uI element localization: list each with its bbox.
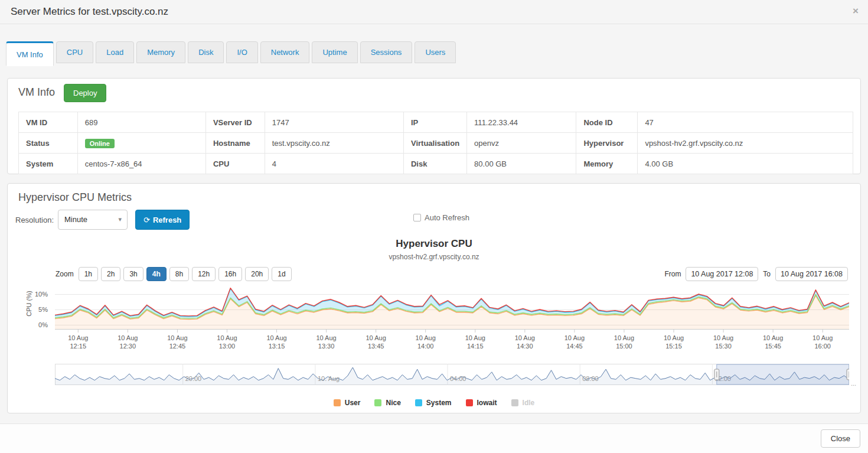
vm-field-label: Node ID [576, 112, 638, 133]
zoom-button-4h[interactable]: 4h [146, 267, 167, 281]
vm-field-value: 4 [265, 154, 403, 174]
to-label: To [763, 270, 771, 278]
vm-field-value: test.vpscity.co.nz [265, 133, 403, 154]
resolution-label: Resolution: [15, 216, 54, 224]
table-row: StatusOnlineHostnametest.vpscity.co.nzVi… [19, 133, 853, 154]
cpu-chart-plot[interactable] [55, 285, 849, 333]
vm-field-label: Hostname [205, 133, 265, 154]
vm-field-label: Hypervisor [576, 133, 638, 154]
legend-item-iowait[interactable]: Iowait [466, 399, 497, 407]
auto-refresh-label: Auto Refresh [425, 213, 469, 222]
vm-field-value: 1747 [265, 112, 403, 133]
legend-swatch [334, 399, 341, 406]
vm-field-value: 689 [77, 112, 205, 133]
refresh-icon: ⟳ [143, 216, 150, 224]
tab-sessions[interactable]: Sessions [360, 41, 413, 63]
vm-field-label: VM ID [19, 112, 78, 133]
modal-header: Server Metrics for test.vpscity.co.nz × [0, 0, 868, 24]
tab-uptime[interactable]: Uptime [312, 41, 357, 63]
legend-swatch [415, 399, 422, 406]
x-tick-label: 10 Aug13:30 [309, 334, 344, 350]
vm-field-label: Virtualisation [403, 133, 466, 154]
x-tick-label: 10 Aug14:30 [507, 334, 543, 350]
tab-memory[interactable]: Memory [136, 41, 185, 63]
table-row: VM ID689VServer ID1747IP111.22.33.44Node… [19, 112, 853, 133]
navigator-label: 08:00 [582, 375, 599, 382]
y-tick-label: 5% [22, 306, 48, 313]
resolution-value: Minute [64, 215, 87, 224]
zoom-button-2h[interactable]: 2h [101, 267, 120, 281]
vm-field-value: Online [77, 133, 205, 154]
legend-label: User [345, 399, 361, 407]
close-icon[interactable]: × [853, 5, 859, 17]
vm-field-label: CPU [205, 154, 265, 174]
legend-item-idle[interactable]: Idle [511, 399, 535, 407]
tab-vm-info[interactable]: VM Info [6, 41, 54, 66]
navigator-ellipsis: ... [851, 380, 856, 387]
x-tick-label: 10 Aug14:15 [458, 334, 493, 350]
zoom-button-16h[interactable]: 16h [218, 267, 242, 281]
navigator-selected-range[interactable] [717, 364, 849, 384]
x-tick-label: 10 Aug14:00 [408, 334, 443, 350]
navigator-label: 10. Aug [318, 375, 340, 382]
zoom-label: Zoom [56, 270, 74, 278]
vm-field-label: System [19, 154, 78, 174]
x-axis-labels: 10 Aug12:1510 Aug12:3010 Aug12:4510 Aug1… [55, 334, 849, 353]
vm-field-label: Status [19, 133, 78, 154]
status-badge: Online [85, 139, 115, 148]
chart-navigator[interactable]: 20:0010. Aug04:0008:0012:00 [55, 364, 849, 385]
legend-item-system[interactable]: System [415, 399, 452, 407]
x-tick-label: 10 Aug15:45 [755, 334, 791, 350]
vm-field-label: IP [403, 112, 466, 133]
vm-field-value: 47 [638, 112, 853, 133]
vm-field-label: Memory [576, 154, 638, 174]
legend-label: System [426, 399, 452, 407]
navigator-label: 20:00 [185, 375, 202, 382]
tab-load[interactable]: Load [96, 41, 134, 63]
zoom-button-12h[interactable]: 12h [192, 267, 216, 281]
legend-label: Idle [523, 399, 535, 407]
zoom-button-8h[interactable]: 8h [169, 267, 189, 281]
to-date-input[interactable]: 10 Aug 2017 16:08 [775, 267, 848, 281]
vm-info-table-body: VM ID689VServer ID1747IP111.22.33.44Node… [19, 112, 853, 174]
deploy-button[interactable]: Deploy [64, 84, 106, 102]
zoom-button-1h[interactable]: 1h [79, 267, 98, 281]
tab-disk[interactable]: Disk [188, 41, 224, 63]
legend-swatch [511, 399, 518, 406]
auto-refresh-checkbox[interactable] [413, 214, 421, 221]
tab-i-o[interactable]: I/O [226, 41, 257, 63]
vm-info-table: VM ID689VServer ID1747IP111.22.33.44Node… [18, 112, 853, 174]
vm-field-label: Disk [403, 154, 466, 174]
x-tick-label: 10 Aug12:45 [159, 334, 195, 350]
zoom-range-buttons: Zoom 1h2h3h4h8h12h16h20h1d [56, 267, 295, 281]
resolution-select[interactable]: Minute ▾ [58, 210, 128, 230]
x-tick-label: 10 Aug13:00 [209, 334, 244, 350]
chart-legend: UserNiceSystemIowaitIdle [8, 399, 860, 407]
close-button[interactable]: Close [821, 429, 860, 448]
from-date-input[interactable]: 10 Aug 2017 12:08 [686, 267, 758, 281]
x-tick-label: 10 Aug16:00 [805, 334, 840, 350]
x-tick-label: 10 Aug15:30 [706, 334, 741, 350]
legend-item-nice[interactable]: Nice [374, 399, 400, 407]
modal-title: Server Metrics for test.vpscity.co.nz [11, 6, 168, 18]
chevron-down-icon: ▾ [118, 216, 122, 223]
refresh-button[interactable]: ⟳Refresh [135, 210, 190, 230]
x-tick-label: 10 Aug15:15 [656, 334, 691, 350]
from-label: From [664, 270, 681, 278]
zoom-button-1d[interactable]: 1d [272, 267, 291, 281]
tab-cpu[interactable]: CPU [56, 41, 93, 63]
tab-network[interactable]: Network [260, 41, 310, 63]
navigator-right-handle[interactable] [847, 369, 849, 380]
x-tick-label: 10 Aug14:45 [557, 334, 592, 350]
legend-item-user[interactable]: User [334, 399, 361, 407]
tab-users[interactable]: Users [415, 41, 456, 63]
vm-field-value: 80.00 GB [467, 154, 576, 174]
y-tick-label: 10% [22, 291, 48, 298]
vm-info-panel: VM Info Deploy VM ID689VServer ID1747IP1… [7, 78, 861, 174]
x-tick-label: 10 Aug12:30 [110, 334, 145, 350]
x-tick-label: 10 Aug13:15 [259, 334, 295, 350]
vm-field-value: vpshost-hv2.grf.vpscity.co.nz [638, 133, 853, 154]
zoom-button-3h[interactable]: 3h [123, 267, 143, 281]
zoom-button-20h[interactable]: 20h [245, 267, 269, 281]
legend-label: Iowait [477, 399, 497, 407]
